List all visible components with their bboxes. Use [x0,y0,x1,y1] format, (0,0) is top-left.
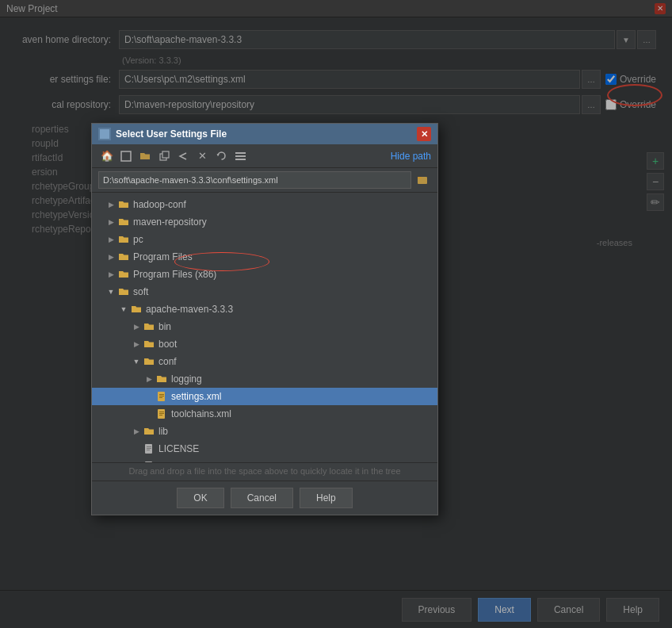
dialog-path-input[interactable] [98,171,411,189]
folder-icon-maven-repo [117,216,130,228]
folder-icon-hadoop [117,198,130,211]
toolbar-home-button[interactable]: 🏠 [98,147,116,165]
tree-item-bin[interactable]: ▶ bin [92,318,437,335]
tree-arrow-notice: ▶ [130,460,143,462]
svg-rect-19 [147,448,151,449]
tree-label-pfx86: Program Files (x86) [133,269,216,280]
svg-rect-20 [147,450,150,450]
tree-item-maven-repo[interactable]: ▶ maven-repository [92,213,437,231]
toolbar-refresh-button[interactable] [212,147,230,165]
drag-hint: Drag and drop a file into the space abov… [92,462,437,481]
tree-arrow-conf: ▼ [130,355,143,368]
main-window: New Project ✕ aven home directory: ▼ … (… [0,0,672,628]
tree-item-pc[interactable]: ▶ pc [92,231,437,248]
tree-arrow-hadoop: ▶ [105,198,117,211]
svg-rect-4 [235,152,246,154]
toolbar-delete-button[interactable]: ✕ [193,147,211,165]
tree-label-soft: soft [133,286,148,297]
file-icon-license [143,442,155,455]
svg-rect-6 [235,159,246,160]
dialog-ok-button[interactable]: OK [177,488,223,508]
folder-icon-conf [143,355,155,368]
select-settings-dialog: Select User Settings File ✕ 🏠 ✕ [91,123,438,515]
tree-arrow-boot: ▶ [130,338,143,350]
tree-arrow-maven-repo: ▶ [105,216,117,228]
tree-label-pc: pc [133,234,143,245]
file-tree[interactable]: ▶ hadoop-conf ▶ maven-repository ▶ [92,193,437,462]
dialog-path-icon[interactable] [414,171,431,189]
tree-item-logging[interactable]: ▶ logging [92,370,437,388]
toolbar-back-button[interactable] [174,147,192,165]
tree-item-program-files-x86[interactable]: ▶ Program Files (x86) [92,266,437,283]
svg-rect-11 [159,396,164,396]
tree-item-license[interactable]: ▶ LICENSE [92,440,437,458]
dialog-title-icon [98,128,111,140]
tree-arrow-license: ▶ [130,442,143,455]
file-icon-settings-xml [155,390,168,403]
svg-rect-10 [159,394,164,395]
folder-icon-lib [143,425,155,438]
svg-rect-18 [147,446,151,447]
tree-label-bin: bin [158,321,171,332]
dialog-help-button[interactable]: Help [300,488,353,508]
tree-arrow-bin: ▶ [130,320,143,333]
svg-rect-3 [162,151,169,158]
tree-arrow-pc: ▶ [105,233,117,246]
tree-arrow-pf: ▶ [105,251,117,263]
tree-label-settings-xml: settings.xml [171,391,221,402]
svg-rect-5 [235,155,246,157]
tree-label-maven-repo: maven-repository [133,216,207,228]
tree-label-boot: boot [158,339,177,350]
dialog-close-button[interactable]: ✕ [417,127,431,141]
tree-label-lib: lib [158,426,168,437]
file-icon-toolchains-xml [155,408,168,420]
svg-rect-1 [121,151,131,161]
tree-label-notice: NOTICE [158,461,194,462]
tree-item-lib[interactable]: ▶ lib [92,423,437,440]
folder-icon-apache [130,303,143,316]
tree-label-logging: logging [171,373,202,385]
tree-arrow-settings: ▶ [143,390,155,403]
tree-item-settings-xml[interactable]: ▶ settings.xml [92,388,437,405]
tree-label-license: LICENSE [158,443,199,454]
svg-rect-16 [159,415,162,415]
tree-label-toolchains-xml: toolchains.xml [171,408,231,419]
folder-icon-logging [155,373,168,385]
svg-rect-8 [418,177,422,179]
tree-item-boot[interactable]: ▶ boot [92,335,437,353]
toolbar-copy-button[interactable] [155,147,173,165]
svg-rect-12 [159,397,162,398]
tree-item-hadoop-conf[interactable]: ▶ hadoop-conf [92,196,437,213]
tree-arrow-pfx86: ▶ [105,268,117,281]
tree-item-apache-maven[interactable]: ▼ apache-maven-3.3.3 [92,301,437,318]
folder-icon-boot [143,338,155,350]
tree-item-toolchains-xml[interactable]: ▶ toolchains.xml [92,405,437,423]
folder-icon-soft [117,285,130,298]
tree-arrow-lib: ▶ [130,425,143,438]
tree-item-conf[interactable]: ▼ conf [92,353,437,370]
folder-icon-bin [143,320,155,333]
hide-path-link[interactable]: Hide path [391,151,431,162]
tree-label-conf: conf [158,356,177,367]
toolbar-new-folder-button[interactable] [136,147,154,165]
dialog-title-bar: Select User Settings File ✕ [92,124,437,144]
tree-item-soft[interactable]: ▼ soft [92,283,437,301]
tree-arrow-apache: ▼ [117,303,130,316]
folder-icon-pf [117,251,130,263]
toolbar-square-button[interactable] [117,147,135,165]
folder-icon-pc [117,233,130,246]
dialog-cancel-button[interactable]: Cancel [231,488,293,508]
dialog-title: Select User Settings File [116,128,227,140]
tree-label-pf: Program Files [133,251,193,262]
tree-arrow-logging: ▶ [143,373,155,385]
tree-label-apache: apache-maven-3.3.3 [146,304,233,315]
tree-item-program-files[interactable]: ▶ Program Files [92,248,437,266]
folder-icon-pfx86 [117,268,130,281]
tree-arrow-toolchains: ▶ [143,408,155,420]
svg-rect-15 [159,413,164,414]
svg-rect-21 [145,461,152,462]
toolbar-menu-button[interactable] [231,147,249,165]
dialog-path-row [92,168,437,193]
svg-rect-14 [159,412,164,412]
tree-arrow-soft: ▼ [105,285,117,298]
